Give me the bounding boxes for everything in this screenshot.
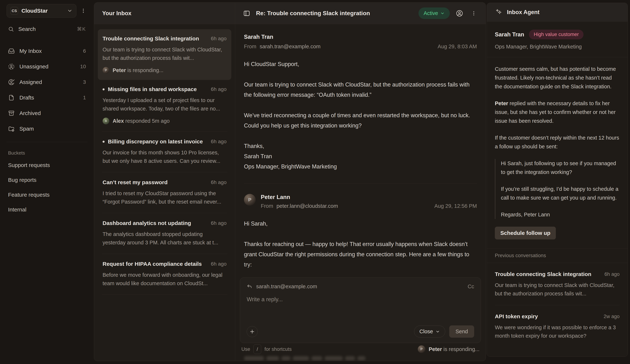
close-dropdown-button[interactable]: Close: [414, 326, 445, 338]
sidebar-item-archived[interactable]: Archived: [6, 105, 87, 121]
typing-indicator: P Peter is responding...: [418, 345, 480, 353]
sidebar-item-count: 6: [83, 48, 86, 54]
kebab-icon: [80, 8, 86, 13]
list-divider: [102, 254, 227, 254]
avatar: P: [244, 194, 256, 206]
add-attachment-button[interactable]: [247, 326, 258, 337]
sender-email: sarah.tran@example.com: [260, 43, 320, 50]
previous-conversation-item[interactable]: API token expiry 2w ago We were wonderin…: [495, 305, 620, 347]
sender-name: Peter Lann: [261, 194, 477, 200]
inbox-item-time: 6h ago: [211, 86, 226, 92]
chevron-down-icon: [440, 11, 445, 15]
list-divider: [102, 131, 227, 132]
sidebar-item-label: Assigned: [20, 79, 42, 85]
inbox-item[interactable]: Missing files in shared workspace 6h ago…: [98, 80, 231, 131]
inbox-item-time: 6h ago: [211, 180, 226, 185]
inbox-item-preview: The analytics dashboard stopped updating…: [102, 230, 226, 247]
inbox-item-title: Billing discrepancy on latest invoice: [108, 139, 208, 145]
previous-item-time: 6h ago: [604, 271, 620, 277]
avatar: A: [102, 118, 109, 124]
sparkles-icon: [495, 8, 502, 16]
inbox-item-preview: Our team is trying to connect Slack with…: [102, 45, 226, 62]
main-card: Your Inbox Trouble connecting Slack inte…: [94, 2, 486, 361]
reply-icon: [247, 284, 252, 289]
status-dropdown[interactable]: Active: [418, 7, 450, 19]
search-shortcut: ⌘K: [77, 26, 86, 32]
inbox-item-title: Request for HIPAA compliance details: [102, 261, 208, 267]
inbox-item[interactable]: Request for HIPAA compliance details 6h …: [98, 255, 231, 294]
inbox-item[interactable]: Billing discrepancy on latest invoice 6h…: [98, 132, 231, 172]
sidebar-bucket-support-requests[interactable]: Support requests: [6, 158, 87, 173]
inbox-list-pane: Your Inbox Trouble connecting Slack inte…: [94, 2, 235, 361]
inbox-item-title: Trouble connecting Slack integration: [102, 35, 208, 42]
sidebar-bucket-bug-reports[interactable]: Bug reports: [6, 173, 87, 187]
sidebar-item-unassigned[interactable]: Unassigned 10: [6, 59, 87, 74]
unread-dot: [102, 141, 104, 143]
cc-button[interactable]: Cc: [468, 284, 474, 290]
avatar: P: [102, 67, 109, 74]
app-root: CS CloudStar Search ⌘K: [0, 0, 630, 364]
conversation-menu-button[interactable]: [469, 9, 478, 18]
sidebar-nav: My Inbox 6 Unassigned 10 Assigned 3: [6, 43, 87, 137]
agent-summary-3: If the customer doesn’t reply within the…: [495, 133, 620, 151]
sidebar-bucket-feature-requests[interactable]: Feature requests: [6, 187, 87, 202]
plus-icon: [249, 329, 255, 335]
customer-name: Sarah Tran: [495, 31, 524, 38]
sidebar-item-label: Spam: [20, 126, 34, 132]
message: Sarah Tran From sarah.tran@example.com A…: [244, 34, 477, 172]
workspace-switcher[interactable]: CS CloudStar: [6, 4, 76, 17]
from-label: From: [261, 203, 273, 209]
archive-icon: [8, 110, 15, 117]
file-icon: [8, 94, 15, 101]
inbox-item-time: 6h ago: [211, 220, 226, 226]
inbox-item-preview: Before we move forward with onboarding, …: [102, 271, 226, 288]
inbox-item-time: 6h ago: [211, 139, 226, 145]
sidebar: CS CloudStar Search ⌘K: [0, 0, 94, 364]
schedule-follow-up-button[interactable]: Schedule follow up: [495, 227, 556, 239]
panel-left-icon: [243, 10, 250, 17]
sidebar-item-drafts[interactable]: Drafts 1: [6, 90, 87, 105]
chevron-down-icon: [436, 330, 440, 334]
sidebar-item-spam[interactable]: Spam: [6, 121, 87, 137]
conversation-title: Re: Trouble connecting Slack integration: [256, 10, 413, 17]
inbox-item-meta: Alex responded 5m ago: [113, 118, 170, 124]
status-label: Active: [424, 10, 438, 16]
search-input[interactable]: Search ⌘K: [6, 26, 87, 32]
reply-to-address: sarah.tran@example.com: [256, 284, 317, 290]
inbox-item[interactable]: Can’t reset my password 6h ago I tried t…: [98, 173, 231, 212]
slash-keycap: /: [254, 345, 261, 354]
send-button[interactable]: Send: [449, 325, 474, 338]
inbox-item-title: Can’t reset my password: [102, 179, 208, 185]
user-circle-icon: [456, 9, 463, 17]
bucket-label: Bug reports: [8, 177, 36, 183]
close-label: Close: [420, 329, 433, 335]
inbox-icon: [8, 48, 15, 54]
avatar: P: [418, 345, 426, 353]
inbox-item-time: 6h ago: [211, 36, 226, 41]
sidebar-item-assigned[interactable]: Assigned 3: [6, 74, 87, 90]
search-icon: [8, 26, 14, 32]
sidebar-item-count: 3: [83, 79, 86, 85]
previous-conversation-item[interactable]: Trouble connecting Slack integration 6h …: [495, 263, 620, 305]
workspace-menu-button[interactable]: [79, 7, 87, 15]
shortcut-hint-row: Use / for shortcuts P Peter is respondin…: [242, 345, 480, 354]
customer-badge: High value customer: [529, 30, 584, 39]
user-dashed-icon: [8, 63, 15, 70]
assignee-button[interactable]: [455, 9, 464, 18]
from-label: From: [244, 43, 256, 50]
inbox-item[interactable]: Dashboard analytics not updating 6h ago …: [98, 214, 231, 253]
sidebar-item-label: Drafts: [20, 95, 34, 101]
customer-subtitle: Ops Manager, BrightWave Marketing: [495, 44, 620, 50]
agent-panel-title: Inbox Agent: [507, 9, 540, 15]
sidebar-bucket-internal[interactable]: Internal: [6, 202, 87, 217]
use-label: Use: [242, 347, 250, 352]
reply-input[interactable]: Write a reply...: [247, 296, 474, 325]
toggle-list-panel-button[interactable]: [242, 9, 251, 17]
inbox-item-preview: Yesterday I uploaded a set of project fi…: [102, 96, 226, 113]
sidebar-item-my-inbox[interactable]: My Inbox 6: [6, 43, 87, 59]
inbox-item-selected[interactable]: Trouble connecting Slack integration 6h …: [98, 29, 231, 80]
inbox-list: Trouble connecting Slack integration 6h …: [94, 24, 235, 361]
user-check-icon: [8, 79, 15, 85]
unread-dot: [102, 88, 104, 90]
workspace-logo: CS: [10, 7, 18, 15]
